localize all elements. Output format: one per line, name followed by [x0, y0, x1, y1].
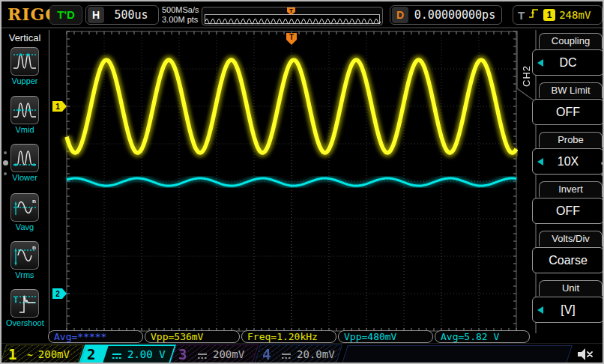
sidebar-button-vlower[interactable]: Vlower [10, 144, 48, 184]
scroll-dot [4, 151, 7, 154]
left-sidebar-vertical-measure-menu: Vertical VupperVmidVlowernVavgnVrmsOvers… [1, 30, 48, 337]
ch1-offset-marker[interactable]: 1 [52, 101, 67, 112]
scroll-dot [601, 173, 604, 176]
menu-value-coupling[interactable]: DC [532, 49, 604, 76]
ac-coupling-icon: ~ [27, 349, 33, 360]
menu-value-invert[interactable]: OFF [532, 198, 604, 224]
channel-settings-row: 200mV [197, 345, 251, 364]
channel-2-badge[interactable]: 22.00 V [82, 345, 173, 364]
vupper-icon [10, 47, 39, 76]
vavg-icon: n [10, 193, 39, 222]
strip-waveform-preview [205, 14, 380, 24]
dc-coupling-icon [112, 351, 122, 359]
sidebar-button-vrms[interactable]: nVrms [10, 241, 48, 282]
menu-label-bwlimit: BW Limit [539, 82, 603, 98]
top-status-bar: RIGOL T'D H 500us 500MSa/s 3.00M pts T D… [1, 1, 604, 28]
channel-settings-row: 20.0mV [281, 345, 335, 364]
menu-label-unit: Unit [539, 280, 603, 296]
overshoot-icon [10, 289, 39, 318]
measurement-readout-2: Vpp=536mV [145, 330, 240, 343]
menu-value-text: [V] [561, 303, 576, 316]
trigger-settings-readout[interactable]: T 1 248mV [513, 5, 603, 25]
measurement-readout-3: Freq=1.20kHz [241, 330, 336, 343]
channel-number: 4 [262, 346, 271, 363]
channel-settings-row: 2.00 V [112, 345, 169, 364]
sidebar-button-overshoot[interactable]: Overshoot [10, 289, 48, 330]
menu-value-text: OFF [556, 204, 580, 217]
ch1-waveform [67, 60, 516, 153]
ch2-waveform [67, 178, 516, 186]
sidebar-button-vavg[interactable]: nVavg [10, 193, 48, 234]
channel-3-badge[interactable]: 3200mV [173, 345, 256, 364]
menu-label-probe: Probe [539, 132, 603, 148]
svg-text:1: 1 [55, 103, 60, 111]
svg-text:T: T [289, 33, 294, 41]
left-sidebar-divider [49, 30, 49, 333]
channel-number: 3 [178, 346, 187, 363]
vlower-icon [10, 144, 39, 172]
channel-1-badge[interactable]: 1~200mV [3, 345, 81, 364]
timebase-value: 500us [104, 8, 158, 22]
menu-value-voltsdiv[interactable]: Coarse [532, 247, 604, 273]
trigger-source-badge: 1 [543, 9, 555, 21]
channel-settings-row: ~200mV [27, 345, 76, 364]
menu-value-bwlimit[interactable]: OFF [532, 99, 604, 125]
channel-scale-value: 200mV [38, 348, 70, 360]
sidebar-button-label: Vmid [6, 125, 43, 134]
trigger-status-badge: T'D [49, 5, 82, 25]
t-label: T [518, 9, 525, 22]
measurement-readout-4: Vpp=480mV [338, 330, 433, 343]
measurement-readout-1: Avg=***** [48, 330, 143, 343]
right-sidebar-channel-menu: CH2 CouplingDCBW LimitOFFProbe10XInvertO… [519, 30, 604, 337]
menu-value-text: OFF [556, 106, 580, 118]
left-sidebar-title: Vertical [1, 32, 48, 43]
sidebar-button-vmid[interactable]: Vmid [10, 96, 48, 136]
menu-value-text: DC [559, 56, 576, 69]
sidebar-button-label: Vupper [6, 76, 43, 85]
sample-rate: 500MSa/s [162, 5, 199, 15]
trigger-position-marker[interactable]: T [286, 33, 297, 45]
scroll-dot [4, 172, 7, 175]
scroll-dot [601, 162, 604, 165]
dc-coupling-icon [197, 351, 208, 359]
oscilloscope-screen: T 1 2 RIGOL T'D H 500us 500MSa/s 3.00M p… [0, 0, 604, 364]
sidebar-button-label: Vlower [6, 173, 43, 182]
menu-value-text: Coarse [549, 254, 588, 267]
channel-status-bar: 1~200mV22.00 V3200mV420.0mV [1, 343, 604, 364]
sidebar-button-vupper[interactable]: Vupper [10, 47, 48, 88]
channel-scale-value: 20.0mV [297, 348, 335, 360]
menu-label-invert: Invert [539, 181, 603, 197]
measurement-readout-5: Avg=5.82 V [435, 330, 530, 343]
sidebar-button-label: Vavg [6, 222, 43, 231]
display-area: T 1 2 [1, 1, 604, 364]
menu-value-unit[interactable]: [V] [532, 297, 604, 323]
channel-4-badge[interactable]: 420.0mV [257, 345, 339, 364]
rising-edge-icon [528, 7, 540, 23]
delay-value: 0.00000000ps [408, 8, 501, 22]
delay-readout[interactable]: D 0.00000000ps [390, 5, 502, 25]
svg-text:n: n [32, 198, 36, 204]
trigger-level-value: 248mV [559, 9, 591, 21]
d-label: D [392, 7, 408, 23]
left-arrow-icon [537, 59, 543, 67]
channel-number: 2 [87, 346, 95, 363]
vmid-icon [10, 96, 39, 124]
channel-scale-value: 200mV [213, 348, 244, 360]
menu-value-probe[interactable]: 10X [532, 148, 604, 175]
memory-depth: 3.00M pts [162, 15, 199, 25]
left-arrow-icon [537, 158, 543, 166]
ch2-offset-marker[interactable]: 2 [52, 288, 67, 299]
horizontal-timebase-control[interactable]: H 500us [85, 5, 159, 25]
h-label: H [88, 7, 104, 23]
menu-label-voltsdiv: Volts/Div [539, 231, 603, 246]
scroll-dot [3, 160, 8, 166]
menu-label-coupling: Coupling [539, 33, 603, 49]
sample-rate-readout: 500MSa/s 3.00M pts [162, 5, 199, 25]
sidebar-button-label: Overshoot [6, 318, 43, 327]
sidebar-button-label: Vrms [6, 270, 43, 279]
waveform-position-strip[interactable]: T [202, 7, 383, 25]
svg-text:2: 2 [55, 290, 60, 298]
channel-scale-value: 2.00 V [127, 348, 166, 360]
menu-value-text: 10X [558, 155, 579, 168]
channel-number: 1 [8, 346, 16, 363]
